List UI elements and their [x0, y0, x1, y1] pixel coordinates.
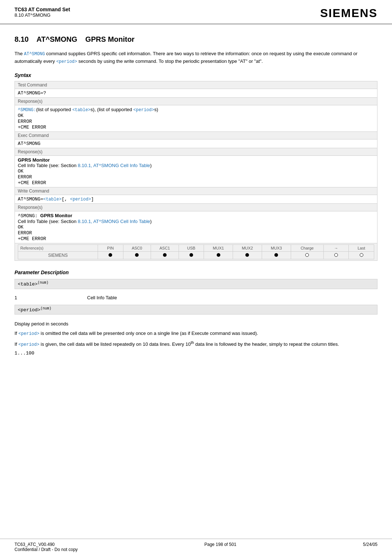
dot-filled-icon	[245, 253, 249, 257]
ref-col-mux3: MUX3	[262, 245, 291, 252]
ref-dot-asc0	[123, 252, 151, 259]
section-heading: 8.10 AT^SMONG GPRS Monitor	[15, 35, 377, 44]
ref-col-mux1: MUX1	[204, 245, 233, 252]
ref-col-asc1: ASC1	[151, 245, 179, 252]
syntax-table: Test Command AT^SMONG=? Response(s) ^SMO…	[15, 81, 377, 261]
table-param-num: 1	[15, 295, 87, 300]
ref-col-last: Last	[349, 245, 374, 252]
ref-col-charge: Charge	[291, 245, 323, 252]
test-command-label: Test Command	[15, 81, 377, 89]
section-description: The AT^SMONG command supplies GPRS speci…	[15, 50, 377, 65]
dot-empty-icon	[360, 253, 363, 257]
ref-dot-mux2	[233, 252, 262, 259]
table-param-value-row: 1 Cell Info Table	[15, 295, 377, 300]
write-response-content: ^SMONG: GPRS Monitor Cell Info Table (se…	[15, 211, 377, 243]
atsmong-link: AT^SMONG	[24, 52, 45, 57]
exec-response-content: GPRS Monitor Cell Info Table (see: Secti…	[15, 156, 377, 187]
exec-command-label: Exec Command	[15, 132, 377, 139]
test-command-row: AT^SMONG=?	[15, 89, 377, 98]
syntax-heading: Syntax	[15, 72, 377, 78]
ref-col-label: Reference(s)	[18, 245, 98, 252]
footer-date: 5/24/05	[363, 542, 377, 552]
exec-response-label-row: Response(s)	[15, 148, 377, 156]
ref-dot-last	[349, 252, 374, 259]
dot-filled-icon	[135, 253, 139, 257]
reference-header-row: Reference(s) PIN ASC0 ASC1 USB MUX1 MUX2…	[18, 245, 374, 252]
param-heading: Parameter Description	[15, 270, 377, 275]
exec-response-row: GPRS Monitor Cell Info Table (see: Secti…	[15, 156, 377, 187]
ref-dot-mux3	[262, 252, 291, 259]
ref-siemens-label: SIEMENS	[18, 252, 98, 259]
period-range: 1...100	[15, 351, 377, 356]
page-header: TC63 AT Command Set 8.10 AT^SMONG SIEMEN…	[0, 0, 392, 24]
ref-col-mux2: MUX2	[233, 245, 262, 252]
period-desc1: Display period in seconds	[15, 320, 377, 328]
page-footer: TC63_ATC_V00.490 Confidential / Draft - …	[0, 539, 392, 555]
dot-filled-icon	[217, 253, 220, 257]
period-desc3: If <period> is given, the cell data will…	[15, 340, 377, 348]
dot-filled-icon	[274, 253, 278, 257]
test-command-code: AT^SMONG=?	[15, 89, 377, 98]
test-response-label-row: Response(s)	[15, 98, 377, 105]
period-param-section: <period>(num) Display period in seconds …	[15, 305, 377, 356]
footer-doc-id: TC63_ATC_V00.490	[15, 542, 78, 547]
dot-filled-icon	[163, 253, 167, 257]
footer-confidential: Confidential / Draft - Do not copy	[15, 547, 78, 552]
exec-response-label: Response(s)	[15, 148, 377, 156]
table-param-box: <table>(num)	[15, 279, 377, 289]
write-command-code: AT^SMONG=<table>[, <period>]	[15, 195, 377, 204]
reference-label-row: Reference(s) PIN ASC0 ASC1 USB MUX1 MUX2…	[15, 243, 377, 261]
ref-dot-charge	[291, 252, 323, 259]
dot-empty-icon	[334, 253, 338, 257]
test-response-label: Response(s)	[15, 98, 377, 105]
test-command-label-row: Test Command	[15, 81, 377, 89]
dot-filled-icon	[189, 253, 193, 257]
siemens-logo: SIEMENS	[320, 7, 377, 20]
write-command-label-row: Write Command	[15, 187, 377, 195]
exec-command-label-row: Exec Command	[15, 132, 377, 139]
table-param-desc: Cell Info Table	[87, 295, 117, 300]
ref-dot-asc1	[151, 252, 179, 259]
period-param-box: <period>(num)	[15, 305, 377, 315]
ref-dot-arrow	[323, 252, 349, 259]
reference-data-row: SIEMENS	[18, 252, 374, 259]
test-response-content: ^SMONG:(list of supported <table>s), (li…	[15, 105, 377, 132]
ref-col-usb: USB	[179, 245, 204, 252]
write-response-label-row: Response(s)	[15, 204, 377, 211]
write-response-row: ^SMONG: GPRS Monitor Cell Info Table (se…	[15, 211, 377, 243]
write-response-label: Response(s)	[15, 204, 377, 211]
write-command-row: AT^SMONG=<table>[, <period>]	[15, 195, 377, 204]
ref-col-arrow: →	[323, 245, 349, 252]
header-title: TC63 AT Command Set	[15, 7, 70, 12]
header-subtitle: 8.10 AT^SMONG	[15, 12, 70, 18]
ref-col-pin: PIN	[98, 245, 123, 252]
exec-command-row: AT^SMONG	[15, 139, 377, 148]
ref-dot-usb	[179, 252, 204, 259]
reference-label: Reference(s) PIN ASC0 ASC1 USB MUX1 MUX2…	[15, 243, 377, 261]
main-content: 8.10 AT^SMONG GPRS Monitor The AT^SMONG …	[0, 24, 392, 382]
ref-dot-pin	[98, 252, 123, 259]
footer-left: TC63_ATC_V00.490 Confidential / Draft - …	[15, 542, 78, 552]
ref-col-asc0: ASC0	[123, 245, 151, 252]
header-left: TC63 AT Command Set 8.10 AT^SMONG	[15, 7, 70, 18]
table-param-section: <table>(num) 1 Cell Info Table	[15, 279, 377, 300]
test-response-row: ^SMONG:(list of supported <table>s), (li…	[15, 105, 377, 132]
ref-dot-mux1	[204, 252, 233, 259]
footer-page: Page 198 of 501	[204, 542, 236, 552]
period-desc2: If <period> is omitted the cell data wil…	[15, 330, 377, 337]
exec-command-code: AT^SMONG	[15, 139, 377, 148]
reference-table: Reference(s) PIN ASC0 ASC1 USB MUX1 MUX2…	[18, 244, 374, 259]
dot-filled-icon	[109, 253, 112, 257]
write-command-label: Write Command	[15, 187, 377, 195]
dot-empty-icon	[305, 253, 309, 257]
